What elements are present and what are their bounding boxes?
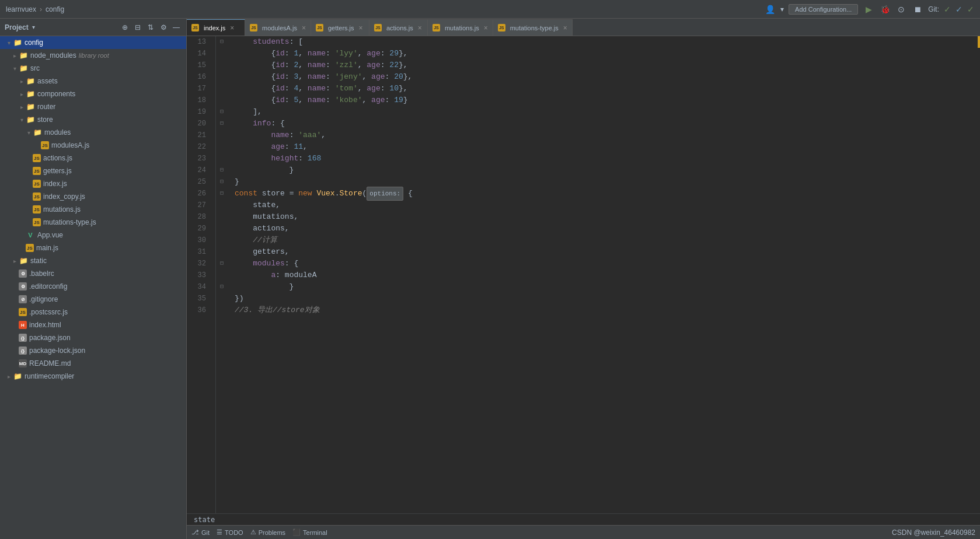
- sidebar-item-config[interactable]: 📁 config: [0, 36, 186, 49]
- sidebar-item-store[interactable]: 📁 store: [0, 113, 186, 126]
- stop-icon[interactable]: ⏹: [912, 4, 923, 15]
- todo-tab[interactable]: ☰ TODO: [217, 528, 243, 536]
- tab-close-getters[interactable]: ×: [359, 24, 363, 32]
- ln-33: 33: [187, 270, 211, 281]
- gutter-30: [216, 235, 228, 246]
- tab-actions-js[interactable]: JS actions.js ×: [369, 19, 428, 36]
- sidebar-item-index[interactable]: JS index.js: [0, 177, 186, 190]
- fold-24[interactable]: ⊟: [220, 164, 224, 176]
- sidebar-item-index-copy[interactable]: JS index_copy.js: [0, 190, 186, 203]
- ln-18: 18: [187, 94, 211, 106]
- sidebar-item-assets[interactable]: 📁 assets: [0, 75, 186, 88]
- sidebar-item-indexhtml[interactable]: H index.html: [0, 318, 186, 331]
- sidebar-item-mutations-type[interactable]: JS mutations-type.js: [0, 216, 186, 229]
- js-icon-actions: JS: [33, 154, 41, 162]
- sidebar-item-main[interactable]: JS main.js: [0, 242, 186, 254]
- sidebar-item-runtimecompiler[interactable]: 📁 runtimecompiler: [0, 370, 186, 383]
- gutter-29: [216, 223, 228, 235]
- sidebar-item-modulesA[interactable]: JS modulesA.js: [0, 139, 186, 152]
- code-line-22: age: 11,: [235, 141, 980, 153]
- label-node_modules: node_modules: [30, 51, 76, 60]
- tab-close-actions[interactable]: ×: [418, 24, 422, 32]
- hide-icon[interactable]: —: [171, 22, 182, 33]
- tab-close-modulesA[interactable]: ×: [302, 24, 306, 32]
- sidebar-item-readme[interactable]: MD README.md: [0, 357, 186, 370]
- sidebar-item-router[interactable]: 📁 router: [0, 100, 186, 113]
- js-icon-modulesA: JS: [41, 141, 49, 149]
- arrow-packagelockjson: [11, 346, 19, 355]
- sidebar-item-gitignore[interactable]: ⊘ .gitignore: [0, 293, 186, 306]
- arrow-postcssrc: [11, 308, 19, 316]
- sidebar-item-getters[interactable]: JS getters.js: [0, 164, 186, 177]
- sidebar-item-modules[interactable]: 📁 modules: [0, 126, 186, 139]
- tab-mutations-type-js[interactable]: JS mutations-type.js ×: [493, 19, 573, 36]
- sidebar-item-packagejson[interactable]: {} package.json: [0, 331, 186, 344]
- sidebar-item-editorconfig[interactable]: ⚙ .editorconfig: [0, 280, 186, 293]
- fold-13[interactable]: ⊟: [220, 36, 224, 48]
- label-mutations-type: mutations-type.js: [43, 218, 96, 226]
- ln-32: 32: [187, 258, 211, 270]
- code-content[interactable]: students: [ {id: 1, name: 'lyy', age: 29…: [228, 36, 980, 513]
- arrow-getters: [25, 167, 33, 175]
- tab-index-js[interactable]: JS index.js ×: [187, 19, 245, 36]
- code-line-20: info: {: [235, 118, 980, 130]
- tab-close-index-js[interactable]: ×: [230, 24, 234, 32]
- terminal-tab[interactable]: ⬛ Terminal: [292, 528, 327, 536]
- tab-js-icon-actions: JS: [374, 24, 382, 32]
- sidebar-item-src[interactable]: 📁 src: [0, 62, 186, 75]
- tab-mutations-js[interactable]: JS mutations.js ×: [428, 19, 493, 36]
- tab-label-getters-js: getters.js: [328, 24, 354, 32]
- git-tab[interactable]: ⎇ Git: [191, 528, 210, 536]
- ln-31: 31: [187, 246, 211, 258]
- fold-19[interactable]: ⊟: [220, 106, 224, 118]
- arrow-router: [18, 103, 26, 111]
- scroll-marker: [978, 36, 980, 48]
- add-config-button[interactable]: Add Configuration...: [789, 4, 858, 15]
- tab-close-mutations-type[interactable]: ×: [563, 24, 567, 32]
- run-icon[interactable]: ▶: [863, 4, 874, 15]
- coverage-icon[interactable]: ⊙: [895, 4, 907, 15]
- locate-icon[interactable]: ⊕: [120, 22, 130, 33]
- sidebar-item-app-vue[interactable]: V App.vue: [0, 229, 186, 242]
- label-editorconfig: .editorconfig: [29, 282, 67, 290]
- code-line-25: }: [235, 176, 980, 188]
- label-app-vue: App.vue: [37, 231, 63, 239]
- tab-close-mutations[interactable]: ×: [484, 24, 488, 32]
- settings-icon[interactable]: ⚙: [158, 22, 169, 33]
- collapse-all-icon[interactable]: ⊟: [132, 22, 143, 33]
- breadcrumb: learnvuex › config: [6, 5, 64, 13]
- profile-icon[interactable]: 👤: [764, 4, 776, 15]
- fold-26[interactable]: ⊟: [220, 188, 224, 200]
- gutter-21: [216, 130, 228, 141]
- tab-modulesA-js[interactable]: JS modulesA.js ×: [245, 19, 311, 36]
- breadcrumb-sep: ›: [40, 5, 42, 13]
- fold-32[interactable]: ⊟: [220, 258, 224, 270]
- sidebar-item-components[interactable]: 📁 components: [0, 88, 186, 100]
- sidebar-item-packagelockjson[interactable]: {} package-lock.json: [0, 344, 186, 357]
- fold-25[interactable]: ⊟: [220, 176, 224, 188]
- folder-config-icon: 📁: [13, 38, 22, 47]
- sidebar-item-postcssrc[interactable]: JS .postcssrc.js: [0, 306, 186, 318]
- ln-27: 27: [187, 200, 211, 211]
- fold-34[interactable]: ⊟: [220, 281, 224, 293]
- folder-node_modules-icon: 📁: [19, 51, 28, 60]
- project-label: Project: [5, 23, 29, 32]
- sidebar-item-babelrc[interactable]: ⚙ .babelrc: [0, 267, 186, 280]
- problems-tab[interactable]: ⚠ Problems: [250, 528, 285, 536]
- tab-getters-js[interactable]: JS getters.js ×: [311, 19, 369, 36]
- sidebar-item-node_modules[interactable]: 📁 node_modules library root: [0, 49, 186, 62]
- project-dropdown-icon[interactable]: ▾: [32, 24, 35, 30]
- sidebar-item-static[interactable]: 📁 static: [0, 254, 186, 267]
- debug-icon[interactable]: 🐞: [879, 4, 891, 15]
- sidebar-item-mutations[interactable]: JS mutations.js: [0, 203, 186, 216]
- ln-22: 22: [187, 141, 211, 153]
- fold-20[interactable]: ⊟: [220, 118, 224, 130]
- sidebar-item-actions[interactable]: JS actions.js: [0, 152, 186, 164]
- code-line-23: height: 168: [235, 153, 980, 164]
- line-numbers: 13 14 15 16 17 18 19 20 21 22 23 24 25 2…: [187, 36, 216, 513]
- sort-icon[interactable]: ⇅: [145, 22, 156, 33]
- ln-28: 28: [187, 211, 211, 223]
- arrow-assets: [18, 77, 26, 85]
- arrow-src: [11, 64, 19, 72]
- gutter-23: [216, 153, 228, 164]
